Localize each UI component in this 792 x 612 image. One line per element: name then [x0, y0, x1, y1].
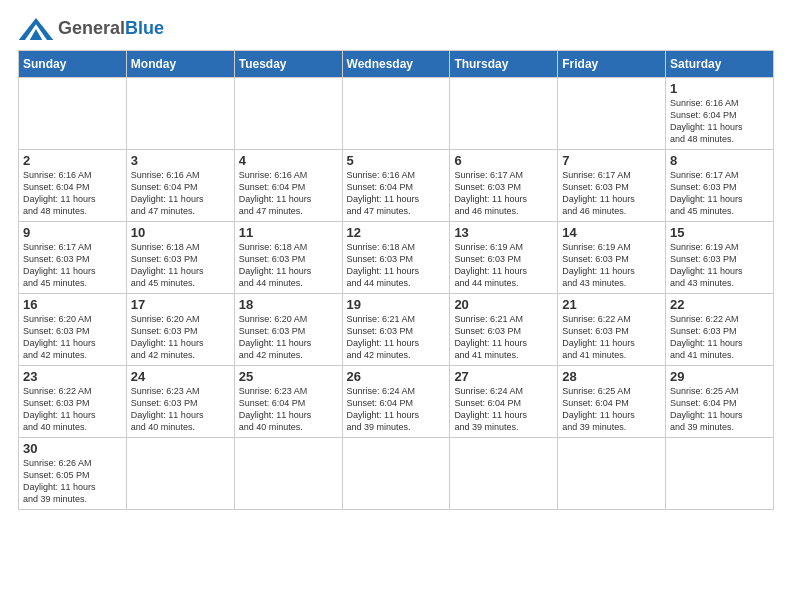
day-cell: 6Sunrise: 6:17 AM Sunset: 6:03 PM Daylig…	[450, 150, 558, 222]
calendar-table: SundayMondayTuesdayWednesdayThursdayFrid…	[18, 50, 774, 510]
day-cell	[234, 438, 342, 510]
logo-icon	[18, 18, 54, 40]
day-number: 18	[239, 297, 338, 312]
day-number: 12	[347, 225, 446, 240]
day-info: Sunrise: 6:25 AM Sunset: 6:04 PM Dayligh…	[562, 385, 661, 434]
day-cell: 23Sunrise: 6:22 AM Sunset: 6:03 PM Dayli…	[19, 366, 127, 438]
day-cell: 2Sunrise: 6:16 AM Sunset: 6:04 PM Daylig…	[19, 150, 127, 222]
day-cell: 10Sunrise: 6:18 AM Sunset: 6:03 PM Dayli…	[126, 222, 234, 294]
day-number: 17	[131, 297, 230, 312]
weekday-header-tuesday: Tuesday	[234, 51, 342, 78]
day-info: Sunrise: 6:22 AM Sunset: 6:03 PM Dayligh…	[670, 313, 769, 362]
day-cell: 20Sunrise: 6:21 AM Sunset: 6:03 PM Dayli…	[450, 294, 558, 366]
day-cell: 21Sunrise: 6:22 AM Sunset: 6:03 PM Dayli…	[558, 294, 666, 366]
day-cell: 11Sunrise: 6:18 AM Sunset: 6:03 PM Dayli…	[234, 222, 342, 294]
day-cell: 25Sunrise: 6:23 AM Sunset: 6:04 PM Dayli…	[234, 366, 342, 438]
day-info: Sunrise: 6:23 AM Sunset: 6:04 PM Dayligh…	[239, 385, 338, 434]
day-info: Sunrise: 6:26 AM Sunset: 6:05 PM Dayligh…	[23, 457, 122, 506]
day-cell	[450, 78, 558, 150]
page: GeneralBlue SundayMondayTuesdayWednesday…	[0, 0, 792, 612]
week-row-5: 23Sunrise: 6:22 AM Sunset: 6:03 PM Dayli…	[19, 366, 774, 438]
day-cell	[126, 438, 234, 510]
weekday-header-friday: Friday	[558, 51, 666, 78]
week-row-2: 2Sunrise: 6:16 AM Sunset: 6:04 PM Daylig…	[19, 150, 774, 222]
day-number: 4	[239, 153, 338, 168]
day-cell: 15Sunrise: 6:19 AM Sunset: 6:03 PM Dayli…	[666, 222, 774, 294]
day-number: 7	[562, 153, 661, 168]
day-info: Sunrise: 6:21 AM Sunset: 6:03 PM Dayligh…	[347, 313, 446, 362]
weekday-header-row: SundayMondayTuesdayWednesdayThursdayFrid…	[19, 51, 774, 78]
day-cell: 8Sunrise: 6:17 AM Sunset: 6:03 PM Daylig…	[666, 150, 774, 222]
day-info: Sunrise: 6:17 AM Sunset: 6:03 PM Dayligh…	[23, 241, 122, 290]
day-info: Sunrise: 6:17 AM Sunset: 6:03 PM Dayligh…	[562, 169, 661, 218]
day-number: 9	[23, 225, 122, 240]
day-number: 26	[347, 369, 446, 384]
day-number: 1	[670, 81, 769, 96]
week-row-6: 30Sunrise: 6:26 AM Sunset: 6:05 PM Dayli…	[19, 438, 774, 510]
day-info: Sunrise: 6:19 AM Sunset: 6:03 PM Dayligh…	[670, 241, 769, 290]
day-info: Sunrise: 6:16 AM Sunset: 6:04 PM Dayligh…	[23, 169, 122, 218]
day-cell: 7Sunrise: 6:17 AM Sunset: 6:03 PM Daylig…	[558, 150, 666, 222]
day-info: Sunrise: 6:16 AM Sunset: 6:04 PM Dayligh…	[670, 97, 769, 146]
day-cell	[558, 78, 666, 150]
weekday-header-wednesday: Wednesday	[342, 51, 450, 78]
week-row-4: 16Sunrise: 6:20 AM Sunset: 6:03 PM Dayli…	[19, 294, 774, 366]
day-cell: 19Sunrise: 6:21 AM Sunset: 6:03 PM Dayli…	[342, 294, 450, 366]
day-info: Sunrise: 6:17 AM Sunset: 6:03 PM Dayligh…	[454, 169, 553, 218]
day-cell: 14Sunrise: 6:19 AM Sunset: 6:03 PM Dayli…	[558, 222, 666, 294]
day-cell	[450, 438, 558, 510]
day-number: 22	[670, 297, 769, 312]
day-number: 29	[670, 369, 769, 384]
day-cell: 16Sunrise: 6:20 AM Sunset: 6:03 PM Dayli…	[19, 294, 127, 366]
weekday-header-thursday: Thursday	[450, 51, 558, 78]
day-number: 24	[131, 369, 230, 384]
day-cell: 13Sunrise: 6:19 AM Sunset: 6:03 PM Dayli…	[450, 222, 558, 294]
day-cell: 4Sunrise: 6:16 AM Sunset: 6:04 PM Daylig…	[234, 150, 342, 222]
day-info: Sunrise: 6:20 AM Sunset: 6:03 PM Dayligh…	[23, 313, 122, 362]
day-cell: 26Sunrise: 6:24 AM Sunset: 6:04 PM Dayli…	[342, 366, 450, 438]
day-cell	[666, 438, 774, 510]
day-number: 2	[23, 153, 122, 168]
day-cell: 29Sunrise: 6:25 AM Sunset: 6:04 PM Dayli…	[666, 366, 774, 438]
day-cell: 9Sunrise: 6:17 AM Sunset: 6:03 PM Daylig…	[19, 222, 127, 294]
day-cell: 3Sunrise: 6:16 AM Sunset: 6:04 PM Daylig…	[126, 150, 234, 222]
day-info: Sunrise: 6:19 AM Sunset: 6:03 PM Dayligh…	[562, 241, 661, 290]
week-row-1: 1Sunrise: 6:16 AM Sunset: 6:04 PM Daylig…	[19, 78, 774, 150]
day-number: 16	[23, 297, 122, 312]
weekday-header-monday: Monday	[126, 51, 234, 78]
day-number: 6	[454, 153, 553, 168]
day-info: Sunrise: 6:20 AM Sunset: 6:03 PM Dayligh…	[239, 313, 338, 362]
day-cell: 1Sunrise: 6:16 AM Sunset: 6:04 PM Daylig…	[666, 78, 774, 150]
day-info: Sunrise: 6:17 AM Sunset: 6:03 PM Dayligh…	[670, 169, 769, 218]
day-cell: 22Sunrise: 6:22 AM Sunset: 6:03 PM Dayli…	[666, 294, 774, 366]
day-info: Sunrise: 6:18 AM Sunset: 6:03 PM Dayligh…	[131, 241, 230, 290]
week-row-3: 9Sunrise: 6:17 AM Sunset: 6:03 PM Daylig…	[19, 222, 774, 294]
day-number: 8	[670, 153, 769, 168]
day-number: 20	[454, 297, 553, 312]
weekday-header-saturday: Saturday	[666, 51, 774, 78]
day-number: 13	[454, 225, 553, 240]
day-info: Sunrise: 6:23 AM Sunset: 6:03 PM Dayligh…	[131, 385, 230, 434]
header: GeneralBlue	[18, 18, 774, 40]
day-cell: 12Sunrise: 6:18 AM Sunset: 6:03 PM Dayli…	[342, 222, 450, 294]
day-number: 23	[23, 369, 122, 384]
day-number: 5	[347, 153, 446, 168]
day-number: 11	[239, 225, 338, 240]
day-number: 10	[131, 225, 230, 240]
day-cell	[342, 78, 450, 150]
day-cell: 17Sunrise: 6:20 AM Sunset: 6:03 PM Dayli…	[126, 294, 234, 366]
day-number: 27	[454, 369, 553, 384]
day-cell	[19, 78, 127, 150]
day-number: 19	[347, 297, 446, 312]
day-info: Sunrise: 6:22 AM Sunset: 6:03 PM Dayligh…	[23, 385, 122, 434]
weekday-header-sunday: Sunday	[19, 51, 127, 78]
day-cell	[234, 78, 342, 150]
day-number: 15	[670, 225, 769, 240]
day-info: Sunrise: 6:16 AM Sunset: 6:04 PM Dayligh…	[131, 169, 230, 218]
day-info: Sunrise: 6:18 AM Sunset: 6:03 PM Dayligh…	[239, 241, 338, 290]
day-number: 21	[562, 297, 661, 312]
day-info: Sunrise: 6:19 AM Sunset: 6:03 PM Dayligh…	[454, 241, 553, 290]
day-cell: 28Sunrise: 6:25 AM Sunset: 6:04 PM Dayli…	[558, 366, 666, 438]
day-number: 30	[23, 441, 122, 456]
day-info: Sunrise: 6:22 AM Sunset: 6:03 PM Dayligh…	[562, 313, 661, 362]
